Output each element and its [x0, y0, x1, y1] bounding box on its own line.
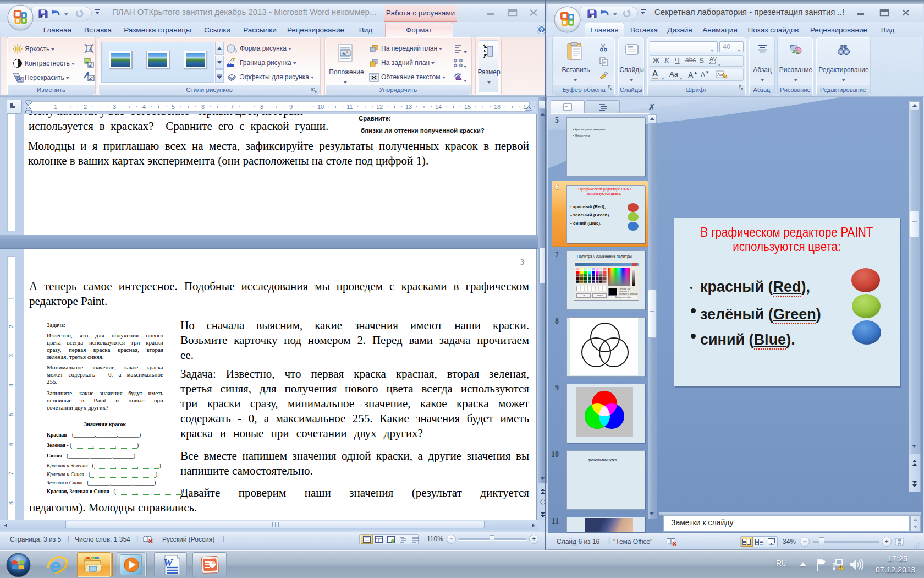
svg-text:4: 4 [142, 103, 146, 110]
svg-text:15: 15 [464, 103, 471, 110]
svg-text:!: ! [840, 566, 842, 570]
svg-text:W: W [163, 557, 173, 569]
svg-text:6: 6 [201, 103, 205, 110]
svg-text:3: 3 [113, 103, 116, 110]
svg-text:10: 10 [317, 103, 324, 110]
svg-text:8: 8 [8, 501, 14, 505]
svg-text:13: 13 [405, 103, 412, 110]
svg-text:11: 11 [346, 103, 353, 110]
svg-text:2: 2 [8, 325, 14, 328]
svg-text:12: 12 [376, 103, 383, 110]
svg-text:3: 3 [8, 354, 14, 357]
svg-text:2: 2 [84, 103, 87, 110]
svg-text:1: 1 [8, 297, 14, 300]
svg-text:7: 7 [230, 103, 234, 110]
svg-text:6: 6 [8, 443, 14, 446]
svg-text:14: 14 [435, 103, 442, 110]
svg-text:4: 4 [8, 384, 14, 387]
svg-text:16: 16 [494, 103, 501, 110]
svg-text:1: 1 [54, 103, 57, 110]
svg-text:8: 8 [260, 103, 263, 110]
svg-text:7: 7 [8, 472, 14, 475]
svg-text:5: 5 [8, 413, 14, 416]
svg-text:9: 9 [289, 103, 293, 110]
svg-text:5: 5 [172, 103, 175, 110]
